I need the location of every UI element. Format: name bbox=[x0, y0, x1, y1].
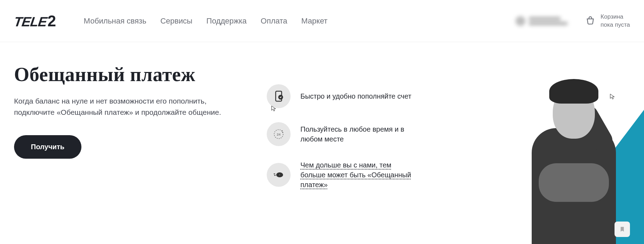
get-button[interactable]: Получить bbox=[14, 135, 81, 159]
nav-mobile[interactable]: Мобильная связь bbox=[84, 17, 146, 26]
hero-illustration bbox=[447, 46, 644, 244]
bookmark-icon bbox=[619, 225, 625, 233]
clock-24-icon: 24 bbox=[267, 122, 291, 146]
cursor-icon bbox=[610, 93, 616, 100]
feature-item: Быстро и удобно пополняйте счет bbox=[267, 84, 413, 108]
page-description: Когда баланс на нуле и нет возможности е… bbox=[14, 95, 225, 118]
header-right: Корзина пока пуста bbox=[516, 13, 630, 28]
feature-text: Быстро и удобно пополняйте счет bbox=[300, 91, 411, 101]
features-list: Быстро и удобно пополняйте счет 24 Польз… bbox=[267, 84, 413, 190]
nav-payment[interactable]: Оплата bbox=[261, 17, 287, 26]
left-column: Обещанный платеж Когда баланс на нуле и … bbox=[14, 63, 239, 190]
cart-title: Корзина bbox=[600, 13, 630, 21]
cursor-icon bbox=[271, 105, 277, 112]
cart-button[interactable]: Корзина пока пуста bbox=[585, 13, 630, 28]
nav-support[interactable]: Поддержка bbox=[206, 17, 247, 26]
bookmark-button[interactable] bbox=[615, 222, 630, 237]
money-speed-icon bbox=[267, 163, 291, 187]
feature-text-link[interactable]: Чем дольше вы с нами, тем больше может б… bbox=[300, 160, 413, 190]
svg-text:24: 24 bbox=[277, 132, 281, 136]
svg-point-5 bbox=[279, 174, 280, 176]
logo[interactable]: TELE2 bbox=[14, 12, 56, 30]
person-illustration bbox=[514, 75, 633, 244]
nav-services[interactable]: Сервисы bbox=[160, 17, 192, 26]
phone-check-icon bbox=[267, 84, 291, 108]
feature-item: 24 Пользуйтесь в любое время и в любом м… bbox=[267, 122, 413, 146]
main-nav: Мобильная связь Сервисы Поддержка Оплата… bbox=[84, 17, 516, 26]
nav-market[interactable]: Маркет bbox=[301, 17, 328, 26]
avatar-icon bbox=[516, 16, 525, 26]
account-area-blurred[interactable] bbox=[516, 16, 567, 26]
site-header: TELE2 Мобильная связь Сервисы Поддержка … bbox=[0, 0, 644, 42]
page-title: Обещанный платеж bbox=[14, 63, 239, 86]
cart-icon bbox=[585, 16, 596, 26]
cart-status: пока пуста bbox=[600, 21, 630, 29]
feature-item: Чем дольше вы с нами, тем больше может б… bbox=[267, 160, 413, 190]
feature-text: Пользуйтесь в любое время и в любом мест… bbox=[300, 124, 413, 144]
